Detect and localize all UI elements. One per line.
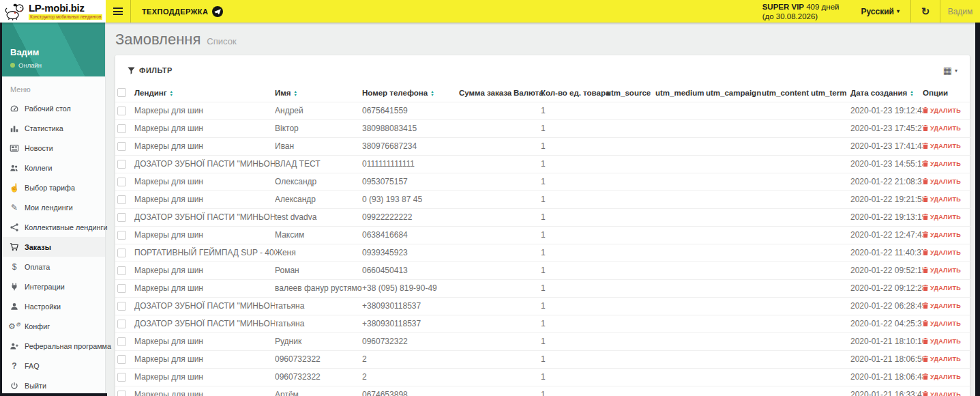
cell-quantity: 1 [541, 350, 606, 368]
cell-utm_term [811, 155, 850, 173]
sidebar-item-collective[interactable]: Коллективные лендинги [0, 217, 105, 237]
plug-icon [8, 282, 20, 292]
language-selector[interactable]: Русский ▾ [850, 0, 910, 23]
cell-name: Женя [275, 244, 362, 261]
delete-button[interactable]: УДАЛИТЬ [923, 267, 961, 274]
sidebar-item-settings[interactable]: Настройки [0, 296, 105, 316]
delete-button[interactable]: УДАЛИТЬ [923, 107, 961, 114]
cell-currency [514, 173, 541, 190]
delete-button[interactable]: УДАЛИТЬ [923, 302, 961, 309]
trash-icon [923, 125, 928, 131]
trash-icon [923, 196, 928, 202]
chevron-down-icon: ▾ [897, 8, 900, 14]
row-checkbox[interactable] [117, 142, 126, 151]
row-select-cell [115, 155, 134, 173]
row-checkbox[interactable] [117, 178, 126, 186]
sidebar-item-dashboard[interactable]: Рабочий стол [0, 98, 105, 118]
delete-button[interactable]: УДАЛИТЬ [923, 391, 961, 396]
delete-button[interactable]: УДАЛИТЬ [923, 373, 961, 380]
delete-button[interactable]: УДАЛИТЬ [923, 196, 961, 203]
delete-button[interactable]: УДАЛИТЬ [923, 178, 961, 185]
sidebar-item-colleagues[interactable]: Коллеги [0, 158, 105, 178]
cell-utm_campaign [706, 137, 762, 155]
row-checkbox[interactable] [117, 107, 126, 115]
refresh-button[interactable]: ↻ [911, 0, 940, 23]
trash-icon [923, 178, 928, 184]
cell-options: УДАЛИТЬ [923, 333, 970, 350]
row-checkbox[interactable] [117, 213, 126, 222]
cell-name: Роман [275, 261, 362, 279]
cell-utm_term [811, 190, 850, 208]
cell-utm_source [606, 208, 655, 226]
row-checkbox[interactable] [117, 355, 126, 364]
column-visibility-button[interactable]: ▦ ▾ [943, 66, 957, 75]
row-select-cell [115, 208, 134, 226]
table-row: Маркеры для шинАндрей067564155912020-01-… [115, 102, 970, 119]
support-button[interactable]: ТЕХПОДДЕРЖКА [131, 0, 234, 23]
select-all-checkbox[interactable] [117, 88, 126, 97]
delete-button[interactable]: УДАЛИТЬ [923, 125, 961, 132]
row-checkbox[interactable] [117, 320, 126, 328]
cell-utm_content [762, 368, 811, 386]
row-checkbox[interactable] [117, 302, 126, 311]
cell-utm_campaign [706, 386, 762, 396]
cell-utm_content [762, 137, 811, 155]
sidebar-item-stats[interactable]: Статистика [0, 118, 105, 138]
topbar-spacer [234, 0, 762, 23]
orders-tbody: Маркеры для шинАндрей067564155912020-01-… [115, 102, 970, 396]
sidebar-item-config[interactable]: ⚙⚙ Конфиг [0, 316, 105, 336]
cell-utm_source [606, 297, 655, 315]
news-icon [8, 143, 20, 153]
sidebar-toggle-button[interactable] [106, 0, 130, 23]
sidebar-item-payment[interactable]: $ Оплата [0, 257, 105, 277]
sidebar-item-integrations[interactable]: Интеграции [0, 277, 105, 296]
row-checkbox[interactable] [117, 249, 126, 257]
sidebar-item-news[interactable]: Новости [0, 138, 105, 158]
row-checkbox[interactable] [117, 337, 126, 346]
row-select-cell [115, 315, 134, 333]
scrollbar-track[interactable] [975, 23, 980, 396]
sidebar-item-faq[interactable]: ? FAQ [0, 356, 105, 376]
brand-logo[interactable]: LP-mobi.biz Конструктор мобильных лендин… [0, 0, 106, 23]
delete-button[interactable]: УДАЛИТЬ [923, 160, 961, 167]
delete-button[interactable]: УДАЛИТЬ [923, 143, 961, 150]
column-header[interactable]: Дата создания▲▼ [850, 84, 923, 102]
filter-button[interactable]: ФИЛЬТР [128, 66, 173, 74]
row-select-cell [115, 279, 134, 297]
cell-order_sum [459, 297, 514, 315]
user-menu[interactable]: Вадим [940, 0, 980, 23]
delete-button[interactable]: УДАЛИТЬ [923, 285, 961, 292]
row-checkbox[interactable] [117, 284, 126, 293]
sidebar-item-orders[interactable]: Заказы [0, 237, 105, 257]
row-checkbox[interactable] [117, 373, 126, 382]
row-checkbox[interactable] [117, 266, 126, 275]
delete-button[interactable]: УДАЛИТЬ [923, 231, 961, 238]
cell-utm_term [811, 333, 850, 350]
cell-created: 2020-01-22 19:21:58 [850, 190, 923, 208]
cell-order_sum [459, 173, 514, 190]
delete-button[interactable]: УДАЛИТЬ [923, 320, 961, 327]
column-header[interactable]: Лендинг▲▼ [134, 84, 275, 102]
row-select-cell [115, 173, 134, 190]
delete-button[interactable]: УДАЛИТЬ [923, 249, 961, 256]
cell-utm_term [811, 350, 850, 368]
delete-button[interactable]: УДАЛИТЬ [923, 338, 961, 345]
row-checkbox[interactable] [117, 195, 126, 204]
cell-options: УДАЛИТЬ [923, 315, 970, 333]
sidebar-item-tariff[interactable]: ☝ Выбор тарифа [0, 178, 105, 197]
row-checkbox[interactable] [117, 160, 126, 169]
cell-utm_content [762, 102, 811, 119]
row-select-cell [115, 333, 134, 350]
cell-name: Рудник [275, 333, 362, 350]
column-header[interactable]: Номер телефона▲▼ [362, 84, 459, 102]
row-checkbox[interactable] [117, 124, 126, 133]
delete-button[interactable]: УДАЛИТЬ [923, 214, 961, 221]
column-header[interactable]: Имя▲▼ [275, 84, 362, 102]
sidebar-item-my-landings[interactable]: ✎ Мои лендинги [0, 197, 105, 217]
sidebar-item-referral[interactable]: Реферальная программа [0, 336, 105, 356]
delete-button[interactable]: УДАЛИТЬ [923, 356, 961, 363]
sidebar-item-logout[interactable]: Выйти [0, 376, 105, 395]
cell-phone: 0960732322 [362, 333, 459, 350]
row-checkbox[interactable] [117, 391, 126, 396]
row-checkbox[interactable] [117, 231, 126, 240]
